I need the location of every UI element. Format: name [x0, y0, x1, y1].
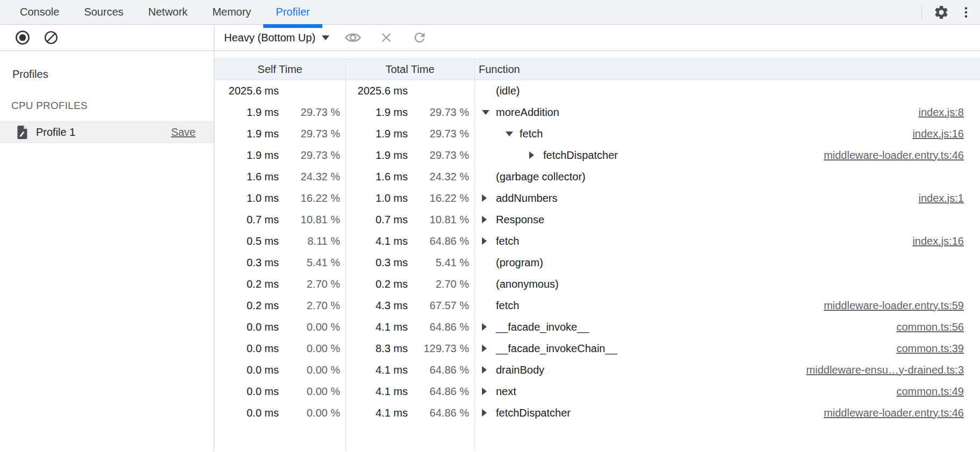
percent-value: 129.73 % [408, 342, 469, 355]
save-profile-link[interactable]: Save [171, 126, 196, 138]
percent-value: 16.22 % [408, 192, 469, 205]
profiler-content: Profiles CPU PROFILES Profile 1 Save Sel… [0, 51, 980, 451]
time-value: 0.7 ms [376, 214, 408, 226]
restore-functions-button[interactable] [410, 28, 429, 47]
table-row[interactable]: 1.9 ms29.73 %1.9 ms29.73 %fetchDispatche… [214, 144, 980, 166]
column-divider [345, 59, 346, 451]
function-cell: fetchDispatchermiddleware-loader.entry.t… [474, 402, 980, 424]
time-value: 0.3 ms [376, 257, 408, 269]
table-row[interactable]: 0.0 ms0.00 %4.1 ms64.86 %__facade_invoke… [214, 316, 980, 338]
tab-profiler[interactable]: Profiler [263, 0, 322, 24]
tree-expand-icon[interactable] [482, 409, 496, 417]
source-link[interactable]: index.js:1 [919, 192, 964, 205]
column-header-total-time[interactable]: Total Time [345, 59, 474, 79]
function-cell: (anonymous) [474, 273, 980, 295]
source-link[interactable]: middleware-ensu…y-drained.ts:3 [806, 364, 964, 376]
percent-value: 8.11 % [279, 235, 340, 247]
function-name: (idle) [496, 85, 520, 97]
table-row[interactable]: 0.2 ms2.70 %0.2 ms2.70 %(anonymous) [214, 273, 980, 295]
self-time-cell: 0.3 ms5.41 % [214, 252, 345, 273]
percent-value: 0.00 % [279, 364, 340, 376]
function-name: fetchDispatcher [496, 407, 571, 419]
focus-function-button[interactable] [343, 28, 363, 47]
function-cell: (program) [474, 252, 980, 273]
time-value: 1.9 ms [247, 106, 279, 119]
time-value: 2025.6 ms [229, 85, 279, 97]
sidebar-title: Profiles [12, 68, 214, 81]
table-row[interactable]: 0.5 ms8.11 %4.1 ms64.86 %fetchindex.js:1… [214, 230, 980, 252]
table-row[interactable]: 1.9 ms29.73 %1.9 ms29.73 %fetchindex.js:… [214, 123, 980, 144]
percent-value: 64.86 % [408, 235, 469, 247]
percent-value: 29.73 % [408, 128, 469, 140]
function-name: next [496, 385, 516, 398]
time-value: 1.6 ms [247, 171, 279, 183]
tree-collapse-icon[interactable] [482, 110, 496, 115]
grid-header-row: Self Time Total Time Function [214, 59, 980, 80]
function-name: fetch [520, 128, 543, 140]
source-link[interactable]: common.ts:39 [896, 342, 964, 355]
source-link[interactable]: middleware-loader.entry.ts:46 [824, 149, 964, 162]
percent-value: 2.70 % [279, 300, 340, 312]
table-row[interactable]: 0.2 ms2.70 %4.3 ms67.57 %fetchmiddleware… [214, 295, 980, 316]
function-cell: nextcommon.ts:49 [474, 381, 980, 402]
self-time-cell: 0.2 ms2.70 % [214, 295, 345, 316]
source-link[interactable]: index.js:16 [912, 128, 964, 140]
exclude-function-button[interactable] [377, 28, 396, 47]
table-row[interactable]: 1.6 ms24.32 %1.6 ms24.32 %(garbage colle… [214, 166, 980, 187]
table-row[interactable]: 0.0 ms0.00 %4.1 ms64.86 %fetchDispatcher… [214, 402, 980, 424]
function-name: fetch [496, 235, 519, 247]
source-link[interactable]: middleware-loader.entry.ts:46 [824, 407, 964, 419]
function-cell: __facade_invoke__common.ts:56 [474, 316, 980, 338]
profiling-view-select[interactable]: Heavy (Bottom Up) [224, 32, 329, 44]
total-time-cell: 0.2 ms2.70 % [345, 273, 474, 295]
table-row[interactable]: 2025.6 ms2025.6 ms(idle) [214, 80, 980, 101]
table-row[interactable]: 0.7 ms10.81 %0.7 ms10.81 %Response [214, 209, 980, 230]
tree-expand-icon[interactable] [482, 216, 496, 223]
cpu-profiles-section-header: CPU PROFILES [11, 100, 214, 112]
percent-value: 24.32 % [279, 171, 340, 183]
function-name: (program) [496, 257, 543, 269]
more-options-button[interactable] [956, 3, 976, 22]
table-row[interactable]: 1.9 ms29.73 %1.9 ms29.73 %moreAdditionin… [214, 101, 980, 123]
function-cell: __facade_invokeChain__common.ts:39 [474, 338, 980, 359]
profile-table-body: 2025.6 ms2025.6 ms(idle)1.9 ms29.73 %1.9… [214, 80, 980, 424]
source-link[interactable]: index.js:16 [912, 235, 964, 247]
column-header-self-time[interactable]: Self Time [214, 59, 345, 79]
time-value: 1.0 ms [376, 192, 408, 205]
self-time-cell: 0.2 ms2.70 % [214, 273, 345, 295]
tree-expand-icon[interactable] [482, 194, 496, 202]
total-time-cell: 1.9 ms29.73 % [345, 144, 474, 166]
tree-collapse-icon[interactable] [506, 132, 520, 136]
tab-sources[interactable]: Sources [71, 0, 135, 24]
source-link[interactable]: index.js:8 [919, 106, 964, 119]
function-name: __facade_invoke__ [496, 321, 589, 333]
refresh-icon [412, 30, 427, 45]
percent-value: 5.41 % [279, 257, 340, 269]
tree-expand-icon[interactable] [482, 345, 496, 352]
tree-expand-icon[interactable] [529, 151, 543, 159]
profile-list-item[interactable]: Profile 1 Save [0, 121, 214, 143]
source-link[interactable]: common.ts:49 [896, 385, 964, 398]
eye-icon [344, 28, 362, 47]
tree-expand-icon[interactable] [482, 323, 496, 331]
table-row[interactable]: 1.0 ms16.22 %1.0 ms16.22 %addNumbersinde… [214, 187, 980, 209]
record-profile-button[interactable] [13, 28, 32, 47]
source-link[interactable]: common.ts:56 [896, 321, 964, 333]
profiler-record-controls [0, 25, 214, 50]
tab-console[interactable]: Console [8, 0, 71, 24]
table-row[interactable]: 0.3 ms5.41 %0.3 ms5.41 %(program) [214, 252, 980, 273]
table-row[interactable]: 0.0 ms0.00 %4.1 ms64.86 %drainBodymiddle… [214, 359, 980, 381]
tree-expand-icon[interactable] [482, 388, 496, 395]
function-name: drainBody [496, 364, 544, 376]
settings-button[interactable] [932, 3, 951, 22]
table-row[interactable]: 0.0 ms0.00 %4.1 ms64.86 %nextcommon.ts:4… [214, 381, 980, 402]
tab-network[interactable]: Network [136, 0, 200, 24]
source-link[interactable]: middleware-loader.entry.ts:59 [824, 300, 964, 312]
tree-expand-icon[interactable] [482, 237, 496, 245]
self-time-cell: 0.0 ms0.00 % [214, 402, 345, 424]
table-row[interactable]: 0.0 ms0.00 %8.3 ms129.73 %__facade_invok… [214, 338, 980, 359]
tab-memory[interactable]: Memory [200, 0, 263, 24]
column-header-function[interactable]: Function [474, 59, 980, 79]
clear-profiles-button[interactable] [41, 28, 61, 47]
tree-expand-icon[interactable] [482, 366, 496, 374]
